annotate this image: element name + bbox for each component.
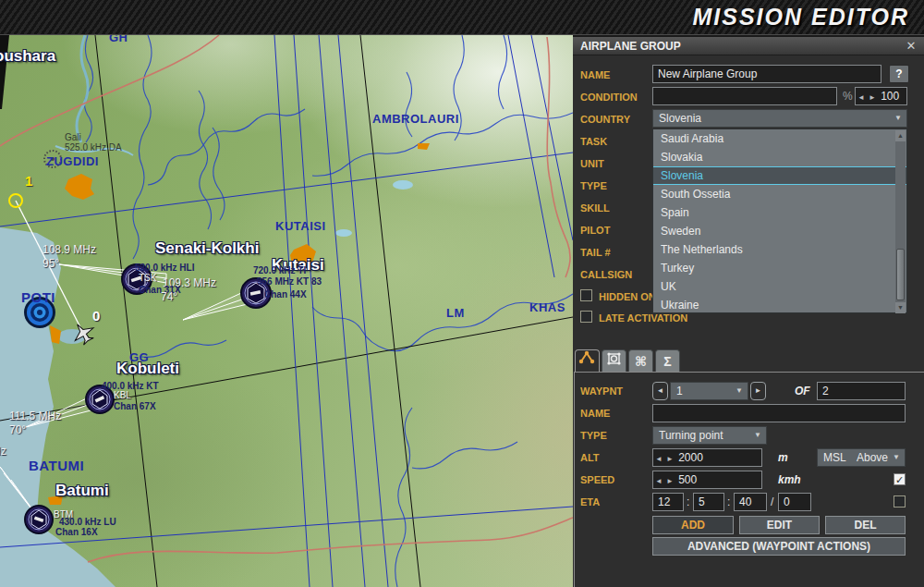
percent-label: % — [843, 87, 853, 105]
eta-seconds-input[interactable]: 40 — [734, 493, 767, 511]
map-label: Chan 44X — [264, 290, 307, 300]
eta-separator: : — [727, 493, 730, 511]
scroll-down-icon[interactable]: ▼ — [895, 302, 906, 313]
alt-spinner[interactable]: ◄► 2000 — [652, 448, 762, 467]
probability-value: 100 — [881, 90, 899, 103]
dropdown-scrollbar[interactable]: ▲ ▼ — [895, 130, 906, 313]
country-option[interactable]: Slovenia — [653, 166, 906, 185]
advanced-waypoint-actions-button[interactable]: ADVANCED (WAYPOINT ACTIONS) — [652, 537, 906, 556]
map-canvas[interactable]: ousharaGHGali525.0 kHz DAZUGDIDIAMBROLAU… — [0, 35, 573, 587]
map-graphics — [0, 35, 573, 587]
del-button[interactable]: DEL — [825, 516, 906, 534]
callsign-label: CALLSIGN — [580, 265, 632, 284]
lake — [335, 229, 352, 237]
map-label: POTI — [21, 290, 55, 305]
map-label: 356 MHz KT 83 — [257, 277, 322, 287]
map-label: oushara — [0, 48, 55, 65]
wp-name-label: NAME — [580, 404, 610, 422]
close-icon[interactable]: ✕ — [904, 37, 918, 55]
spinner-right-icon[interactable]: ► — [664, 477, 675, 485]
chevron-down-icon: ▼ — [736, 383, 743, 399]
chevron-down-icon: ▼ — [754, 427, 761, 444]
country-option[interactable]: UK — [653, 277, 906, 296]
map-label: 1 — [25, 174, 32, 189]
wp-type-select[interactable]: Turning point ▼ — [652, 426, 767, 445]
map-label: AMBROLAURI — [372, 113, 459, 126]
map-label: GH — [109, 35, 128, 44]
map-label: 111.5 MHz — [9, 410, 61, 422]
late-activation-checkbox[interactable] — [580, 311, 592, 323]
tab-summary[interactable]: Σ — [655, 349, 680, 373]
map-label: KHAS — [529, 301, 565, 314]
waypoint-prev-button[interactable]: ◄ — [652, 382, 668, 400]
rivers — [84, 35, 573, 587]
probability-spinner[interactable]: ◄► 100 — [855, 87, 907, 105]
river-inguri — [77, 35, 88, 142]
eta-day-input[interactable]: 0 — [778, 493, 811, 511]
eta-hours-input[interactable]: 12 — [652, 493, 684, 511]
of-label: OF — [795, 382, 810, 400]
wp-name-input[interactable] — [652, 404, 906, 422]
speed-lock-checkbox[interactable]: ✓ — [894, 473, 906, 485]
country-option[interactable]: South Ossetia — [653, 185, 906, 203]
map-label: 95° — [43, 258, 59, 270]
spinner-left-icon[interactable]: ◄ — [653, 477, 664, 485]
map-label: TSK — [139, 274, 156, 284]
speed-spinner[interactable]: ◄► 500 — [652, 471, 762, 489]
waypoint-next-button[interactable]: ► — [750, 382, 766, 400]
urban-areas — [48, 143, 430, 505]
alt-reference-select[interactable]: MSL Above ▼ — [817, 448, 906, 467]
tab-route[interactable] — [575, 349, 600, 373]
edit-button[interactable]: EDIT — [739, 516, 820, 534]
map-label: 74° — [161, 291, 177, 303]
country-option[interactable]: The Netherlands — [653, 240, 906, 259]
unit-label: UNIT — [580, 154, 604, 173]
map-label: 430.0 kHz LU — [59, 518, 116, 528]
country-dropdown-list: Saudi ArabiaSlovakiaSloveniaSouth Osseti… — [652, 128, 907, 313]
scroll-up-icon[interactable]: ▲ — [895, 130, 906, 141]
tail-label: TAIL # — [580, 243, 611, 262]
airfield-batumi[interactable] — [25, 506, 53, 533]
map-label: Kobuleti — [116, 361, 179, 377]
add-button[interactable]: ADD — [652, 516, 734, 534]
tab-actions[interactable]: ⌘ — [628, 349, 653, 373]
eta-label: ETA — [580, 493, 600, 511]
graticule-black — [0, 35, 573, 587]
country-label: COUNTRY — [580, 110, 630, 128]
scrollbar-thumb[interactable] — [896, 249, 905, 300]
country-option[interactable]: Turkey — [653, 259, 906, 277]
waypoint-number-select[interactable]: 1 ▼ — [670, 382, 748, 400]
country-option[interactable]: Slovakia — [653, 148, 906, 166]
condition-input[interactable] — [652, 87, 837, 105]
tab-group[interactable] — [602, 349, 626, 373]
alt-unit-label: m — [778, 448, 788, 467]
panel-title[interactable]: AIRPLANE GROUP — [573, 37, 924, 55]
spinner-left-icon[interactable]: ◄ — [856, 93, 867, 102]
spinner-right-icon[interactable]: ► — [867, 93, 878, 102]
country-option[interactable]: Ukraine — [653, 296, 906, 314]
group-name-input[interactable]: New Airplane Group — [652, 65, 881, 83]
type-label: TYPE — [580, 177, 607, 195]
eta-minutes-input[interactable]: 5 — [693, 493, 724, 511]
task-label: TASK — [580, 132, 607, 151]
waypoint-total-field: 2 — [817, 382, 906, 400]
sigma-icon: Σ — [663, 354, 671, 369]
map-label: 520.0 kHz HLI — [135, 263, 194, 274]
country-option[interactable]: Sweden — [653, 222, 906, 240]
hidden-on-map-checkbox[interactable] — [580, 289, 592, 301]
map-label: ZUGDIDI — [46, 155, 99, 168]
spinner-right-icon[interactable]: ► — [664, 455, 675, 463]
hidden-on-map-label: HIDDEN ON — [599, 290, 656, 303]
map-label: 108.9 MHz — [43, 244, 96, 256]
country-option[interactable]: Spain — [653, 203, 906, 222]
map-label: 525.0 kHz DA — [65, 143, 122, 153]
map-label: 0 — [92, 309, 100, 324]
country-select[interactable]: Slovenia ▼ — [652, 109, 907, 128]
country-option[interactable]: Saudi Arabia — [653, 129, 906, 148]
command-icon: ⌘ — [635, 354, 647, 369]
spinner-left-icon[interactable]: ◄ — [653, 455, 664, 463]
speed-value: 500 — [678, 473, 697, 486]
skill-label: SKILL — [580, 199, 610, 217]
help-button[interactable]: ? — [889, 65, 909, 83]
eta-lock-checkbox[interactable] — [894, 495, 906, 508]
